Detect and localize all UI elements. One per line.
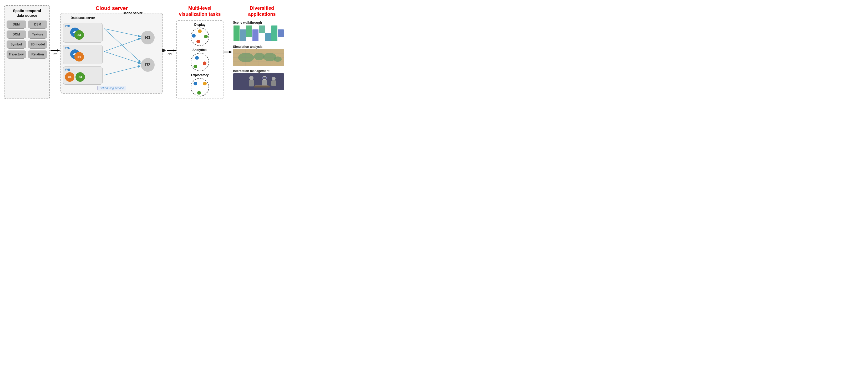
svg-rect-30 bbox=[271, 80, 276, 86]
database-server-col: Database server VM1 d1 d2 d3 bbox=[63, 16, 102, 85]
viz-analytical-circle bbox=[191, 53, 209, 71]
svg-point-17 bbox=[274, 57, 282, 62]
tile-dem: DEM bbox=[7, 21, 26, 28]
api-left-label: API bbox=[53, 52, 57, 55]
svg-line-4 bbox=[104, 38, 141, 52]
svg-line-2 bbox=[104, 29, 141, 36]
exploratory-dot-green bbox=[197, 91, 201, 95]
vm2-label: VM2 bbox=[65, 46, 101, 49]
data-source-section: Spatio-temporal data source DEM DSM DOM … bbox=[4, 5, 50, 99]
svg-rect-32 bbox=[255, 85, 269, 86]
vr-svg bbox=[233, 73, 284, 90]
svg-line-5 bbox=[104, 52, 141, 63]
tile-relation: Relation bbox=[28, 50, 48, 58]
exploratory-dot-yellow bbox=[203, 82, 207, 86]
svg-point-29 bbox=[272, 77, 276, 80]
cloud-inner-box: Database server VM1 d1 d2 d3 bbox=[60, 13, 163, 94]
viz-task-display: Display bbox=[178, 23, 221, 46]
vm3-circles: d4 d3 bbox=[65, 72, 101, 82]
app-simulation-analysis-label: Simulation analysis bbox=[233, 45, 262, 48]
viz-display-circle bbox=[191, 28, 209, 46]
cloud-server-title: Cloud server bbox=[96, 5, 128, 11]
vm2-circles: d1 d2 d4 bbox=[65, 50, 101, 60]
display-dot-red bbox=[196, 40, 200, 43]
vm2-box: VM2 d1 d2 d4 bbox=[63, 45, 102, 64]
svg-rect-33 bbox=[262, 77, 267, 79]
data-source-title: Spatio-temporal data source bbox=[13, 8, 41, 18]
main-arrow-svg bbox=[51, 49, 61, 52]
api-right-arrow-svg bbox=[167, 49, 178, 52]
vm1-box: VM1 d1 d2 d3 bbox=[63, 23, 102, 42]
viz-exploratory-circle bbox=[191, 78, 209, 96]
app-interaction-management-image bbox=[233, 73, 284, 90]
viz-task-analytical: Analytical bbox=[178, 48, 221, 71]
tile-3dmodel: 3D model bbox=[28, 40, 48, 48]
viz-to-apps-arrow-svg bbox=[223, 51, 233, 53]
tile-texture: Texture bbox=[28, 31, 48, 38]
app-scene-walkthrough-label: Scene walkthrough bbox=[233, 21, 262, 25]
svg-rect-26 bbox=[249, 80, 254, 87]
tile-trajectory: Trajectory bbox=[7, 50, 26, 58]
map-svg bbox=[233, 49, 284, 66]
architecture-diagram: Spatio-temporal data source DEM DSM DOM … bbox=[3, 3, 287, 102]
database-server-title: Database server bbox=[63, 16, 102, 20]
viz-exploratory-label: Exploratory bbox=[191, 73, 209, 77]
scheduling-service-label: Scheduling service bbox=[97, 86, 126, 90]
viz-analytical-label: Analytical bbox=[192, 48, 208, 52]
svg-point-25 bbox=[249, 76, 253, 80]
vm3-d4-circle: d4 bbox=[65, 72, 74, 82]
svg-marker-1 bbox=[57, 49, 60, 52]
svg-line-6 bbox=[104, 66, 141, 75]
tile-dsm: DSM bbox=[28, 21, 48, 28]
vm-to-cache-arrows-svg: R1 R2 bbox=[103, 16, 161, 85]
svg-rect-24 bbox=[233, 73, 284, 90]
viz-tasks-inner: Display Analytical Explorat bbox=[176, 20, 223, 99]
api-right-label: API bbox=[167, 53, 172, 55]
vm1-d3-circle: d3 bbox=[74, 30, 84, 40]
arrow-datasource-to-cloud: API bbox=[50, 5, 60, 99]
svg-point-15 bbox=[254, 53, 265, 60]
svg-marker-12 bbox=[229, 51, 232, 53]
viz-tasks-section: Multi-level visualization tasks Display … bbox=[176, 5, 223, 99]
svg-line-3 bbox=[104, 29, 141, 62]
arrow-viz-to-apps bbox=[223, 5, 233, 99]
apps-title: Diversified applications bbox=[233, 5, 289, 18]
vm2-d4-circle: d4 bbox=[74, 52, 84, 62]
vm3-box: VM3 d4 d3 bbox=[63, 66, 102, 85]
analytical-dot-green bbox=[193, 65, 197, 68]
app-simulation-analysis: Simulation analysis bbox=[233, 45, 289, 66]
viz-display-label: Display bbox=[194, 23, 206, 27]
svg-marker-10 bbox=[174, 49, 177, 52]
cloud-server-section: Cloud server Database server VM1 d1 d2 d… bbox=[60, 5, 163, 99]
display-dot-green bbox=[204, 35, 208, 38]
tile-symbol: Symbol bbox=[7, 40, 26, 48]
vm3-d3-circle: d3 bbox=[75, 72, 85, 82]
apps-section: Diversified applications Scene walkthrou… bbox=[233, 5, 289, 99]
display-dot-yellow bbox=[198, 29, 202, 33]
app-scene-walkthrough-image bbox=[233, 25, 284, 42]
cache-server-title: Cache server bbox=[123, 11, 142, 15]
app-scene-walkthrough: Scene walkthrough bbox=[233, 21, 289, 42]
cloud-servers-row: Database server VM1 d1 d2 d3 bbox=[63, 16, 160, 85]
svg-text:R1: R1 bbox=[145, 35, 151, 40]
app-interaction-management: Interaction management bbox=[233, 69, 289, 90]
vm1-circles: d1 d2 d3 bbox=[65, 29, 101, 38]
analytical-dot-red bbox=[203, 62, 207, 65]
app-simulation-analysis-image bbox=[233, 49, 284, 66]
analytical-dot-blue bbox=[195, 56, 199, 60]
vm1-label: VM1 bbox=[65, 25, 101, 28]
arrow-cloud-to-viz: API bbox=[163, 5, 176, 99]
viz-task-exploratory: Exploratory bbox=[178, 73, 221, 96]
display-dot-blue bbox=[192, 34, 196, 38]
vm3-label: VM3 bbox=[65, 68, 101, 71]
data-tiles-grid: DEM DSM DOM Texture Symbol 3D model Traj… bbox=[7, 21, 47, 58]
exploratory-dot-blue bbox=[193, 82, 197, 86]
viz-tasks-title: Multi-level visualization tasks bbox=[179, 5, 221, 18]
app-interaction-management-label: Interaction management bbox=[233, 69, 270, 73]
svg-text:R2: R2 bbox=[145, 63, 151, 67]
tile-dom: DOM bbox=[7, 31, 26, 38]
